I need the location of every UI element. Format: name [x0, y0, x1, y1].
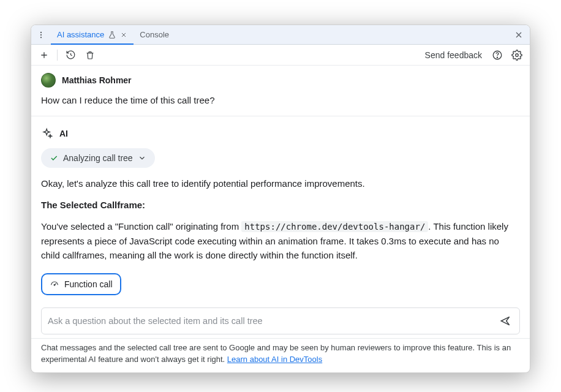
- learn-more-link[interactable]: Learn about AI in DevTools: [227, 355, 322, 364]
- analyzing-pill[interactable]: Analyzing call tree: [41, 148, 155, 168]
- tab-label: AI assistance: [57, 30, 104, 39]
- ai-response: Okay, let's analyze this call tree to id…: [41, 176, 520, 263]
- new-chat-button[interactable]: [36, 47, 52, 63]
- function-call-chip[interactable]: Function call: [41, 273, 121, 295]
- ai-heading: The Selected Callframe:: [41, 200, 145, 210]
- tab-bar: AI assistance Console: [31, 25, 530, 45]
- svg-point-5: [516, 53, 519, 56]
- svg-point-4: [497, 57, 497, 58]
- separator: [31, 116, 530, 116]
- toolbar: Send feedback: [31, 45, 530, 66]
- chat-area: Matthias Rohmer How can I reduce the tim…: [31, 66, 530, 303]
- send-button[interactable]: [497, 313, 513, 329]
- pill-label: Analyzing call tree: [63, 153, 133, 163]
- experiment-icon: [108, 31, 116, 39]
- prompt-input[interactable]: [48, 316, 492, 326]
- help-button[interactable]: [489, 47, 505, 63]
- close-tab-icon[interactable]: [120, 31, 127, 39]
- tab-label: Console: [140, 30, 169, 39]
- more-menu-icon[interactable]: [34, 28, 48, 42]
- avatar: [41, 73, 56, 88]
- tab-console[interactable]: Console: [134, 25, 175, 44]
- sparkle-icon: [41, 127, 53, 140]
- disclaimer-footer: Chat messages and the selected call tree…: [31, 338, 530, 372]
- gauge-icon: [50, 279, 59, 289]
- svg-point-1: [40, 34, 42, 35]
- settings-button[interactable]: [509, 47, 525, 63]
- svg-point-2: [40, 36, 42, 37]
- ai-label: AI: [59, 129, 68, 138]
- svg-point-0: [40, 31, 42, 32]
- tab-ai-assistance[interactable]: AI assistance: [51, 25, 134, 44]
- user-name: Matthias Rohmer: [62, 75, 132, 85]
- ai-intro: Okay, let's analyze this call tree to id…: [41, 176, 520, 190]
- prompt-input-row: [41, 307, 520, 334]
- close-panel-icon[interactable]: [510, 26, 527, 43]
- check-icon: [50, 154, 58, 162]
- send-feedback-link[interactable]: Send feedback: [421, 48, 486, 62]
- user-header: Matthias Rohmer: [41, 73, 520, 88]
- toolbar-divider: [57, 50, 58, 61]
- ai-header: AI: [41, 127, 520, 140]
- devtools-panel: AI assistance Console Send feedback: [31, 24, 530, 373]
- svg-point-6: [54, 285, 55, 286]
- history-button[interactable]: [62, 47, 78, 63]
- url-chip: https://chrome.dev/devtools-hangar/: [241, 221, 428, 232]
- chevron-down-icon: [138, 154, 146, 162]
- delete-button[interactable]: [82, 47, 98, 63]
- ai-body-paragraph: You've selected a "Function call" origin…: [41, 219, 520, 262]
- user-message: How can I reduce the time of this call t…: [41, 94, 520, 116]
- chip-label: Function call: [64, 279, 113, 289]
